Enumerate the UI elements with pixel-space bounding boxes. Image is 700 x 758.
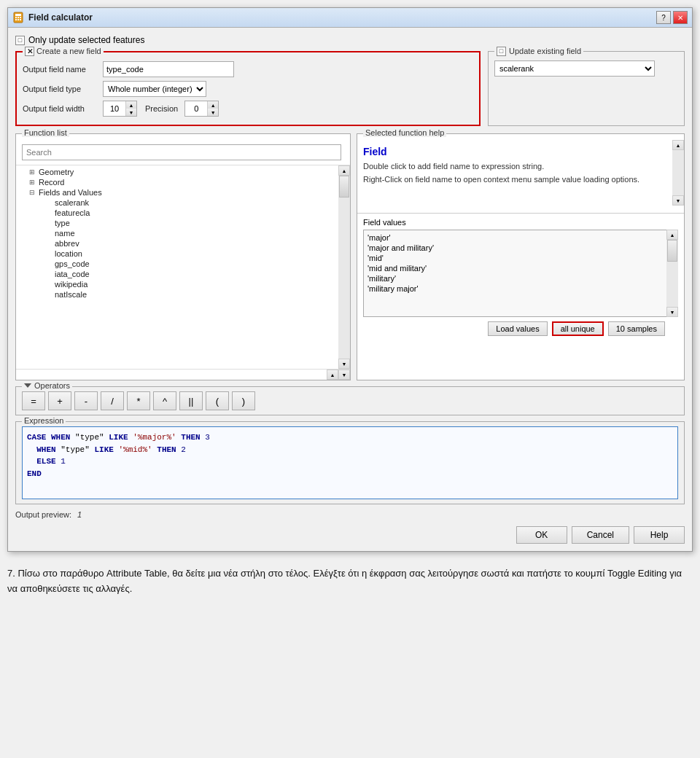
tree-item-label: featurecla <box>55 208 90 217</box>
precision-label: Precision <box>145 104 178 113</box>
list-item[interactable]: 'military major' <box>366 284 664 294</box>
function-list-panel: Function list ⊞ Geometry ⊞ Record <box>15 133 351 380</box>
scroll-up-btn[interactable]: ▲ <box>338 165 350 176</box>
expression-editor[interactable]: CASE WHEN "type" LIKE '%major%' THEN 3 W… <box>22 426 678 499</box>
bottom-text: 7. Πίσω στο παράθυρο Attribute Table, θα… <box>7 566 693 597</box>
tree-scrollbar[interactable]: ▲ ▼ <box>338 165 350 369</box>
fn-help-wrapper: Field Double click to add field name to … <box>357 134 684 213</box>
create-new-field-group: ✕ Create a new field Output field name O… <box>15 51 481 126</box>
fv-scroll-up[interactable]: ▲ <box>666 230 678 240</box>
tree-item-label: iata_code <box>55 270 90 278</box>
fv-scroll-track <box>666 240 678 307</box>
precision-up-btn[interactable]: ▲ <box>208 101 218 109</box>
calculator-icon <box>12 12 24 23</box>
op-minus[interactable]: - <box>74 391 98 410</box>
list-item[interactable]: ⊟ Fields and Values <box>16 187 350 198</box>
list-item[interactable]: scalerank <box>16 198 350 208</box>
op-concat[interactable]: || <box>179 391 203 410</box>
expression-section: Expression CASE WHEN "type" LIKE '%major… <box>15 421 685 504</box>
output-type-label: Output field type <box>23 85 99 93</box>
fn-help-text1: Double click to add field name to expres… <box>363 162 678 171</box>
tree-item-label: Geometry <box>39 168 74 176</box>
field-calculator-window: Field calculator ? ✕ □ Only update selec… <box>7 7 693 552</box>
ten-samples-btn[interactable]: 10 samples <box>608 321 665 336</box>
list-item[interactable]: 'mid and military' <box>366 263 664 273</box>
fv-scroll-down[interactable]: ▼ <box>666 307 678 317</box>
width-down-btn[interactable]: ▼ <box>126 109 136 116</box>
new-field-content: Output field name Output field type Whol… <box>23 57 473 117</box>
output-type-row: Output field type Whole number (integer) <box>23 81 473 97</box>
list-item[interactable]: name <box>16 228 350 238</box>
update-existing-checkbox[interactable]: □ <box>497 47 506 56</box>
scroll-down-btn[interactable]: ▼ <box>338 359 350 369</box>
list-item[interactable]: natIscale <box>16 289 350 300</box>
fn-title: Field <box>363 146 678 157</box>
expression-legend: Expression <box>22 416 66 425</box>
list-item[interactable]: ⊞ Record <box>16 177 350 187</box>
top-options-row: ✕ Create a new field Output field name O… <box>15 51 685 126</box>
list-item[interactable]: 'major and military' <box>366 243 664 253</box>
expand-icon: ⊟ <box>29 189 36 196</box>
dialog-content: □ Only update selected features ✕ Create… <box>8 28 692 551</box>
output-width-input[interactable] <box>104 104 125 113</box>
list-item[interactable]: type <box>16 218 350 228</box>
field-values-list[interactable]: 'major' 'major and military' 'mid' 'mid … <box>363 230 678 317</box>
width-spinner-btns: ▲ ▼ <box>125 101 136 116</box>
close-button[interactable]: ✕ <box>673 11 688 24</box>
op-open-paren[interactable]: ( <box>206 391 229 410</box>
list-item[interactable]: abbrev <box>16 238 350 249</box>
expand-icon: ⊞ <box>29 168 36 176</box>
list-item[interactable]: 'military' <box>366 273 664 284</box>
op-multiply[interactable]: * <box>127 391 150 410</box>
list-item[interactable]: 'major' <box>366 233 664 243</box>
create-new-checkbox[interactable]: ✕ <box>25 47 34 56</box>
tree-item-label: name <box>55 229 75 238</box>
tree-scroll-down2[interactable]: ▼ <box>338 370 350 380</box>
tree-scroll[interactable]: ⊞ Geometry ⊞ Record ⊟ Fields and Values <box>16 165 350 369</box>
scroll-track <box>338 176 350 359</box>
search-input[interactable] <box>22 144 341 160</box>
op-plus[interactable]: + <box>48 391 71 410</box>
list-item[interactable]: ⊞ Geometry <box>16 167 350 177</box>
width-up-btn[interactable]: ▲ <box>126 101 136 109</box>
function-list-legend: Function list <box>22 128 69 137</box>
output-name-row: Output field name <box>23 61 473 77</box>
bottom-buttons: OK Cancel Help <box>15 526 685 544</box>
precision-down-btn[interactable]: ▼ <box>208 109 218 116</box>
existing-field-dropdown[interactable]: scalerank <box>494 60 655 77</box>
list-item[interactable]: featurecla <box>16 208 350 218</box>
fv-scrollbar[interactable]: ▲ ▼ <box>666 230 678 317</box>
op-caret[interactable]: ^ <box>153 391 176 410</box>
list-item[interactable]: 'mid' <box>366 253 664 263</box>
output-width-label: Output field width <box>23 104 99 113</box>
expression-code: CASE WHEN "type" LIKE '%major%' THEN 3 W… <box>27 431 673 480</box>
only-update-checkbox[interactable]: □ <box>15 36 25 45</box>
title-bar-left: Field calculator <box>12 12 93 23</box>
all-unique-btn[interactable]: all unique <box>552 321 604 336</box>
triangle-icon <box>24 383 31 388</box>
ok-button[interactable]: OK <box>516 526 567 544</box>
tree-item-label: location <box>55 249 82 258</box>
list-item[interactable]: gps_code <box>16 259 350 269</box>
fn-help-text2: Right-Click on field name to open contex… <box>363 175 678 184</box>
list-item[interactable]: iata_code <box>16 269 350 279</box>
op-divide[interactable]: / <box>101 391 124 410</box>
fn-help-scrollbar[interactable]: ▲ ▼ <box>672 140 684 206</box>
fn-scroll-down[interactable]: ▼ <box>672 195 684 206</box>
help-button[interactable]: ? <box>656 11 671 24</box>
list-item[interactable]: wikipedia <box>16 279 350 289</box>
help-dialog-button[interactable]: Help <box>634 526 685 544</box>
svg-rect-1 <box>15 14 21 16</box>
fn-scroll-up[interactable]: ▲ <box>672 140 684 150</box>
op-equals[interactable]: = <box>22 391 45 410</box>
fn-help-text: Field Double click to add field name to … <box>357 140 684 213</box>
output-name-input[interactable] <box>103 61 234 77</box>
op-close-paren[interactable]: ) <box>232 391 255 410</box>
tree-scroll-up2[interactable]: ▲ <box>327 370 338 380</box>
precision-input[interactable] <box>185 104 207 113</box>
output-type-select[interactable]: Whole number (integer) <box>103 81 206 97</box>
load-values-btn[interactable]: Load values <box>488 321 547 336</box>
list-item[interactable]: location <box>16 249 350 259</box>
cancel-button[interactable]: Cancel <box>572 526 629 544</box>
precision-spinner-btns: ▲ ▼ <box>207 101 218 116</box>
